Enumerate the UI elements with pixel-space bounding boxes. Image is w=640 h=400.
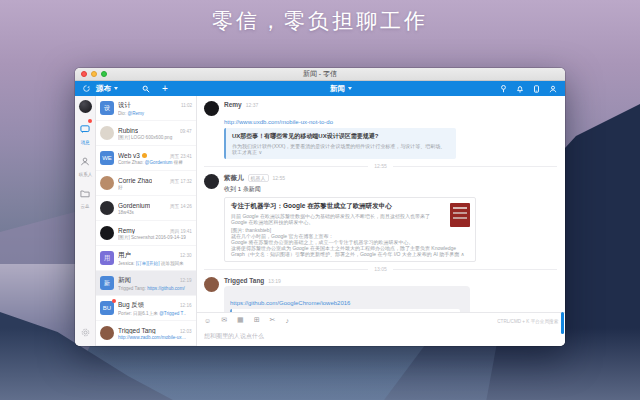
mention-text: [订单][开始] <box>136 260 160 266</box>
avatar: WE <box>100 151 114 165</box>
search-icon[interactable] <box>142 85 150 93</box>
message: Remy 12:37 http://www.uxdb.com/mobile-ux… <box>204 101 557 159</box>
marketing-tagline: 零信，零负担聊工作 <box>0 7 640 35</box>
window-titlebar[interactable]: 新闻 - 零信 <box>75 68 565 81</box>
chat-time: 11:02 <box>181 102 192 108</box>
table-icon[interactable]: ⊞ <box>254 316 260 324</box>
chat-last-message: 18w43s <box>118 209 186 215</box>
app-toolbar: 源布 + 新闻 <box>75 81 565 96</box>
message-input[interactable] <box>204 333 452 339</box>
message-bubble: https://github.com/GoogleChrome/ioweb201… <box>224 286 470 312</box>
avatar: BU <box>100 301 114 315</box>
chat-summary: Gordenium 周五 14:26 18w43s <box>118 202 192 215</box>
avatar <box>100 176 114 190</box>
sender-name: 紫薇儿 <box>224 174 244 183</box>
chat-list-item[interactable]: 新 新闻 12:19 Trigged Tang: https://github.… <box>96 271 196 296</box>
news-intro: 目前 Google 在欧洲以苏黎世数据中心为基础的研发投入不断增长，而且这些投入… <box>231 213 469 225</box>
settings-area <box>75 323 95 341</box>
user-avatar[interactable] <box>79 100 92 113</box>
divider-time: 12:55 <box>374 163 387 169</box>
rail-item-drive[interactable]: 云盘 <box>80 184 90 209</box>
preview-text: 很棒 <box>172 159 182 165</box>
chat-summary: Corrie Zhao 周五 17:32 好 <box>118 177 192 190</box>
chat-bubble-icon <box>80 120 90 138</box>
chat-name: Trigged Tang <box>118 327 156 334</box>
chat-name: 新闻 <box>118 276 131 285</box>
emoji-icon[interactable]: ☺ <box>204 317 211 324</box>
chat-time: 12:19 <box>180 277 192 283</box>
chat-list-item[interactable]: Trigged Tang 12:03 http://www.zadb.com/m… <box>96 321 196 346</box>
preview-text: Dio: <box>118 110 127 116</box>
chat-summary: Rubins 09:47 [图片] LOGO 600x600.png <box>118 127 192 140</box>
chat-last-message: Corrie Zhao: @Gordenium 很棒 <box>118 159 186 165</box>
message-link[interactable]: http://www.uxdb.com/mobile-ux-not-to-do <box>224 119 333 125</box>
unread-badge <box>88 119 92 123</box>
message-text: 收到 1 条新闻 <box>224 185 557 194</box>
chat-summary: Trigged Tang 12:03 http://www.zadb.com/m… <box>118 327 192 340</box>
message-link[interactable]: https://github.com/GoogleChrome/ioweb201… <box>230 300 350 306</box>
chevron-down-icon <box>114 87 118 90</box>
message-scroll-area[interactable]: Remy 12:37 http://www.uxdb.com/mobile-ux… <box>197 96 565 312</box>
chat-last-message: [图片] LOGO 600x600.png <box>118 134 186 140</box>
message-time: 12:55 <box>273 175 286 181</box>
desktop-wallpaper: 零信，零负担聊工作 新闻 - 零信 源布 <box>0 0 640 400</box>
rail-item-contacts[interactable]: 联系人 <box>78 152 93 177</box>
team-switcher[interactable]: 源布 <box>96 84 118 94</box>
avatar <box>100 126 114 140</box>
chat-list-item[interactable]: 用 用户 12:30 Jessica: [订单][开始] 说等我回来 <box>96 246 196 271</box>
chat-list-item[interactable]: Corrie Zhao 周五 17:32 好 <box>96 171 196 196</box>
new-chat-button[interactable]: + <box>162 85 168 93</box>
audio-icon[interactable]: ♪ <box>285 317 289 324</box>
bot-tag: 机器人 <box>248 174 269 182</box>
news-card[interactable]: 专注于机器学习：Google 在苏黎世成立了欧洲研发中心 目前 Google 在… <box>224 197 476 262</box>
nav-rail: 消息 联系人 云盘 <box>75 96 96 346</box>
chat-name: Corrie Zhao <box>118 177 152 184</box>
team-name: 源布 <box>96 84 111 94</box>
screenshot-icon[interactable]: ✂ <box>270 316 276 324</box>
chevron-down-icon <box>348 87 352 90</box>
avatar <box>100 326 114 340</box>
sender-avatar[interactable] <box>204 277 219 292</box>
chat-time: 09:47 <box>180 128 192 134</box>
image-icon[interactable]: ▦ <box>237 316 244 324</box>
attachment-icon[interactable]: ✉ <box>221 316 227 324</box>
bell-icon[interactable] <box>516 85 524 93</box>
chat-list-item[interactable]: Gordenium 周五 14:26 18w43s <box>96 196 196 221</box>
message: 紫薇儿 机器人 12:55 收到 1 条新闻 专注于机器学习：Google 在苏… <box>204 174 557 262</box>
channel-header[interactable]: 新闻 <box>330 84 352 94</box>
mention-text: @Remy <box>127 110 144 116</box>
message: Trigged Tang 13:19 https://github.com/Go… <box>204 277 557 312</box>
rail-item-messages[interactable]: 消息 <box>80 120 90 145</box>
chat-time: 12:30 <box>180 252 192 258</box>
chat-list-item[interactable]: BU Bug 反馈 12:16 Porter: 日期6.1上来 @Trigged… <box>96 296 196 321</box>
rail-label: 云盘 <box>81 203 90 208</box>
shortcut-hint: CTRL/CMD + K 平台全局搜索 <box>497 318 558 324</box>
preview-text: Porter: 日期6.1上来 <box>118 310 159 316</box>
profile-icon[interactable] <box>549 85 557 93</box>
avatar-initials: BU <box>103 305 111 311</box>
message-time: 13:19 <box>268 278 281 284</box>
preview-title: UX那些事！有哪些常见的移动端UX设计误区需要规避? <box>232 132 450 141</box>
news-body: [图片: thanksbteb] 就在几个小时前，Google 官方在博客上宣布… <box>231 227 469 257</box>
chat-time: 周四 19:41 <box>170 228 192 234</box>
scrollbar-thumb[interactable] <box>561 312 564 334</box>
link-preview-card[interactable]: UX那些事！有哪些常见的移动端UX设计误区需要规避? 作为我们设计软件(XXX)… <box>224 128 456 159</box>
chat-list-item[interactable]: WE Web v3 周五 23:41 Corrie Zhao: @Gordeni… <box>96 146 196 171</box>
sender-avatar[interactable] <box>204 174 219 189</box>
phone-icon[interactable] <box>533 85 540 93</box>
chat-name: 设计 <box>118 101 131 110</box>
pin-icon[interactable] <box>500 85 507 93</box>
chat-list-item[interactable]: Rubins 09:47 [图片] LOGO 600x600.png <box>96 121 196 146</box>
chat-list-item[interactable]: Remy 周四 19:41 [图片] Screenshot 2016-09-14… <box>96 221 196 246</box>
window-content: 消息 联系人 云盘 <box>75 96 565 346</box>
emoji-badge <box>142 153 147 158</box>
news-title: 专注于机器学习：Google 在苏黎世成立了欧洲研发中心 <box>231 202 469 211</box>
app-window: 新闻 - 零信 源布 + 新闻 <box>75 68 565 346</box>
message-time: 12:37 <box>246 102 259 108</box>
chat-list-item[interactable]: 设 设计 11:02 Dio: @Remy <box>96 96 196 121</box>
sender-avatar[interactable] <box>204 101 219 116</box>
chat-name: 用户 <box>118 251 131 260</box>
gear-icon[interactable] <box>81 323 90 341</box>
time-divider: 13:05 <box>204 266 557 272</box>
sync-icon[interactable] <box>83 85 90 92</box>
